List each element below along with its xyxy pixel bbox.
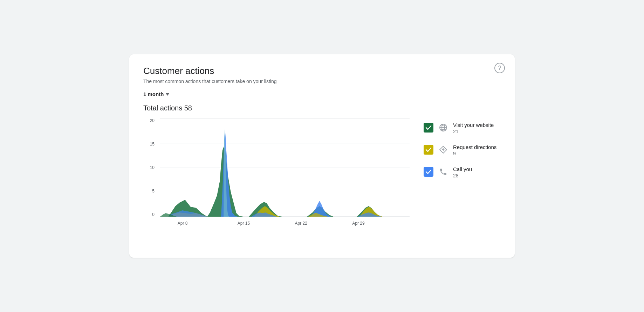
y-label-0: 0 [152,212,155,217]
legend-item-website: Visit your website 21 [424,122,501,134]
legend-checkbox-call[interactable] [424,167,433,177]
y-label-15: 15 [150,142,155,146]
legend-item-call: Call you 28 [424,166,501,178]
legend-count-directions: 9 [453,151,496,156]
legend-count-call: 28 [453,173,472,178]
legend-name-call: Call you [453,166,472,172]
x-label-apr29: Apr 29 [352,221,364,226]
y-axis: 20 15 10 5 0 [143,118,157,217]
legend-name-website: Visit your website [453,122,494,128]
card-subtitle: The most common actions that customers t… [143,79,501,84]
y-label-10: 10 [150,165,155,170]
total-actions: Total actions 58 [143,104,501,112]
checkmark-icon-website [425,124,432,131]
x-axis: Apr 8 Apr 15 Apr 22 Apr 29 [160,218,410,231]
legend-text-call: Call you 28 [453,166,472,178]
checkmark-icon-directions [425,147,432,153]
directions-icon [438,145,448,155]
card-title: Customer actions [143,66,501,76]
legend: Visit your website 21 [424,118,501,178]
globe-icon [438,123,448,133]
legend-item-directions: Request directions 9 [424,144,501,156]
checkmark-icon-call [425,169,432,175]
period-selector[interactable]: 1 month [143,91,501,97]
chart-svg [160,118,410,217]
y-label-20: 20 [150,118,155,123]
chart-container: 20 15 10 5 0 [143,118,410,231]
svg-marker-4 [221,129,238,217]
legend-checkbox-website[interactable] [424,123,433,133]
x-label-apr15: Apr 15 [238,221,250,226]
customer-actions-card: ? Customer actions The most common actio… [129,54,515,258]
help-button[interactable]: ? [494,63,505,73]
chart-inner [160,118,410,217]
x-label-apr22: Apr 22 [295,221,307,226]
chart-legend-wrapper: 20 15 10 5 0 [143,118,501,231]
legend-name-directions: Request directions [453,144,496,150]
phone-icon [438,167,448,177]
y-label-5: 5 [152,189,155,193]
x-label-apr8: Apr 8 [178,221,188,226]
chevron-down-icon [166,93,169,96]
chart-area: 20 15 10 5 0 [143,118,410,231]
legend-text-website: Visit your website 21 [453,122,494,134]
period-label: 1 month [143,91,164,97]
legend-text-directions: Request directions 9 [453,144,496,156]
legend-checkbox-directions[interactable] [424,145,433,155]
legend-count-website: 21 [453,129,494,134]
